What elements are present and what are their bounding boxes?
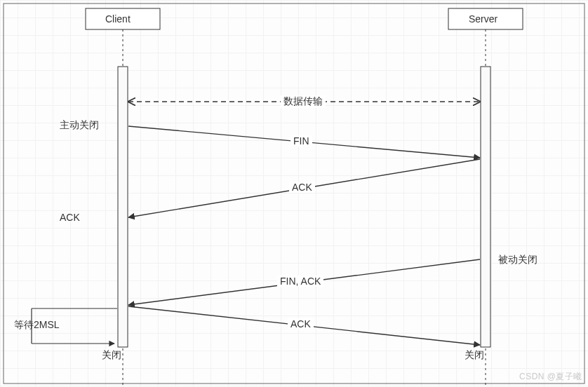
label-msg-ack2: ACK: [288, 318, 314, 330]
label-ack-left: ACK: [60, 212, 80, 223]
label-data-transfer: 数据传输: [281, 95, 326, 108]
watermark: CSDN @夏子曦: [519, 371, 582, 383]
label-msg-ack1: ACK: [289, 182, 315, 193]
label-active-close: 主动关闭: [60, 119, 99, 132]
label-wait-2msl: 等待2MSL: [14, 319, 60, 332]
label-close-client: 关闭: [102, 349, 121, 362]
label-msg-fin-ack: FIN, ACK: [277, 276, 323, 287]
participant-server-label: Server: [469, 13, 497, 25]
label-close-server: 关闭: [465, 349, 484, 362]
svg-rect-6: [481, 67, 490, 347]
label-msg-fin: FIN: [290, 135, 312, 147]
label-passive-close: 被动关闭: [498, 254, 537, 266]
svg-rect-5: [118, 67, 128, 347]
participant-client-label: Client: [105, 13, 131, 25]
